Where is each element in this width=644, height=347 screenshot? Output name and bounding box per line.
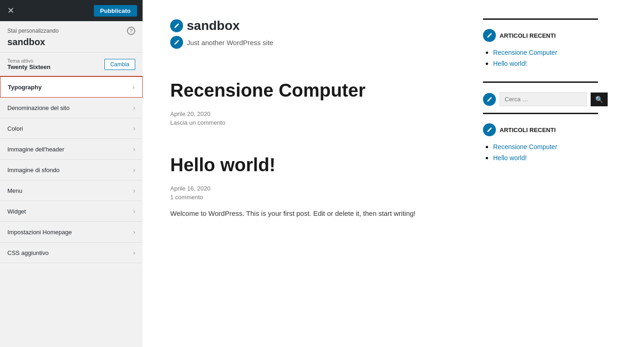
list-item: Recensione Computer (493, 48, 598, 57)
theme-name: Twenty Sixteen (7, 64, 51, 70)
search-input[interactable] (500, 92, 587, 106)
widget-divider-2 (483, 81, 598, 83)
recent-articles-list-1: Recensione ComputerHello world! (483, 48, 598, 68)
site-subtitle-row: Just another WordPress site (170, 36, 455, 49)
theme-row: Tema attivo Twenty Sixteen Cambia (0, 52, 143, 76)
sidebar-item-impostazioni-homepage[interactable]: Impostazioni Homepage› (0, 222, 143, 243)
list-item: Hello world! (493, 154, 598, 162)
recent-articles-title-2: ARTICOLI RECENTI (483, 123, 598, 136)
post-comment-2[interactable]: 1 commento (170, 194, 455, 201)
sidebar-item-colori[interactable]: Colori› (0, 118, 143, 139)
chevron-right-icon: › (133, 249, 135, 256)
recent-article-link[interactable]: Hello world! (493, 154, 527, 162)
post-date-2: Aprile 16, 2020 (170, 185, 455, 192)
chevron-right-icon: › (133, 208, 135, 215)
sidebar-menu: Typography›Denominazione del sito›Colori… (0, 76, 143, 347)
chevron-right-icon: › (133, 145, 135, 153)
preview-content: sandbox Just another WordPress site Rece… (143, 18, 474, 347)
edit-widget-2-icon[interactable] (483, 123, 496, 136)
edit-site-title-icon[interactable] (170, 19, 183, 32)
sidebar-item-label-denominazione: Denominazione del sito (7, 104, 69, 111)
sidebar-item-typography[interactable]: Typography› (0, 76, 143, 98)
sidebar-topbar: ✕ Pubblicato (0, 0, 143, 21)
preview-site-subtitle: Just another WordPress site (187, 39, 273, 46)
sidebar-item-label-immagine-sfondo: Immagine di sfondo (7, 167, 59, 174)
recent-article-link[interactable]: Recensione Computer (493, 49, 557, 56)
recent-article-link[interactable]: Hello world! (493, 60, 527, 67)
site-title-row: sandbox (170, 18, 455, 33)
sidebar-widgets: ARTICOLI RECENTI Recensione ComputerHell… (474, 18, 612, 347)
preview-site-title: sandbox (187, 18, 240, 33)
chevron-right-icon: › (133, 228, 135, 236)
sidebar-item-label-immagine-header: Immagine dell'header (7, 146, 64, 153)
chevron-right-icon: › (132, 83, 135, 91)
chevron-right-icon: › (133, 104, 135, 111)
change-theme-button[interactable]: Cambia (104, 59, 135, 70)
customizing-row: Stai personalizzando ? (7, 27, 135, 35)
chevron-right-icon: › (133, 125, 135, 132)
sidebar-header: Stai personalizzando ? sandbox (0, 21, 143, 52)
recent-articles-title-1: ARTICOLI RECENTI (483, 29, 598, 42)
chevron-right-icon: › (133, 166, 135, 174)
sidebar: ✕ Pubblicato Stai personalizzando ? sand… (0, 0, 143, 347)
sidebar-item-immagine-header[interactable]: Immagine dell'header› (0, 139, 143, 160)
post-title-1: Recensione Computer (170, 79, 455, 101)
recent-articles-list-2: Recensione ComputerHello world! (483, 143, 598, 162)
sidebar-item-label-colori: Colori (7, 125, 23, 132)
widget-divider-3 (483, 113, 598, 114)
customizing-label: Stai personalizzando (7, 28, 58, 34)
sidebar-item-denominazione[interactable]: Denominazione del sito› (0, 98, 143, 118)
close-button[interactable]: ✕ (6, 5, 16, 17)
edit-site-subtitle-icon[interactable] (170, 36, 183, 49)
widget-divider-1 (483, 18, 598, 20)
site-name: sandbox (7, 37, 135, 47)
site-title-area: sandbox Just another WordPress site (170, 18, 455, 52)
preview-main: sandbox Just another WordPress site Rece… (143, 0, 644, 347)
sidebar-item-css-aggiuntivo[interactable]: CSS aggiuntivo› (0, 243, 143, 263)
sidebar-item-label-impostazioni-homepage: Impostazioni Homepage (7, 229, 72, 236)
theme-info: Tema attivo Twenty Sixteen (7, 58, 51, 70)
recent-article-link[interactable]: Recensione Computer (493, 143, 557, 150)
search-button[interactable]: 🔍 (591, 93, 608, 106)
sidebar-item-label-menu: Menu (7, 187, 23, 194)
post-title-2: Hello world! (170, 154, 455, 176)
sidebar-item-widget[interactable]: Widget› (0, 201, 143, 222)
post-entry-2: Hello world! Aprile 16, 2020 1 commento … (170, 154, 455, 219)
search-widget-row: 🔍 (483, 92, 598, 106)
post-entry-1: Recensione Computer Aprile 20, 2020 Lasc… (170, 79, 455, 126)
sidebar-item-label-widget: Widget (7, 208, 26, 215)
help-icon[interactable]: ? (127, 27, 135, 35)
chevron-right-icon: › (133, 187, 135, 194)
sidebar-item-menu[interactable]: Menu› (0, 180, 143, 201)
sidebar-item-label-typography: Typography (8, 84, 41, 91)
post-date-1: Aprile 20, 2020 (170, 110, 455, 117)
publish-button[interactable]: Pubblicato (94, 5, 137, 17)
sidebar-item-label-css-aggiuntivo: CSS aggiuntivo (7, 249, 49, 256)
edit-widget-1-icon[interactable] (483, 29, 496, 42)
post-comment-1[interactable]: Lascia un commento (170, 119, 455, 126)
list-item: Hello world! (493, 59, 598, 68)
post-excerpt-2: Welcome to WordPress. This is your first… (170, 208, 455, 219)
edit-search-widget-icon[interactable] (483, 93, 496, 106)
sidebar-item-immagine-sfondo[interactable]: Immagine di sfondo› (0, 160, 143, 180)
list-item: Recensione Computer (493, 143, 598, 151)
theme-label: Tema attivo (7, 58, 51, 64)
